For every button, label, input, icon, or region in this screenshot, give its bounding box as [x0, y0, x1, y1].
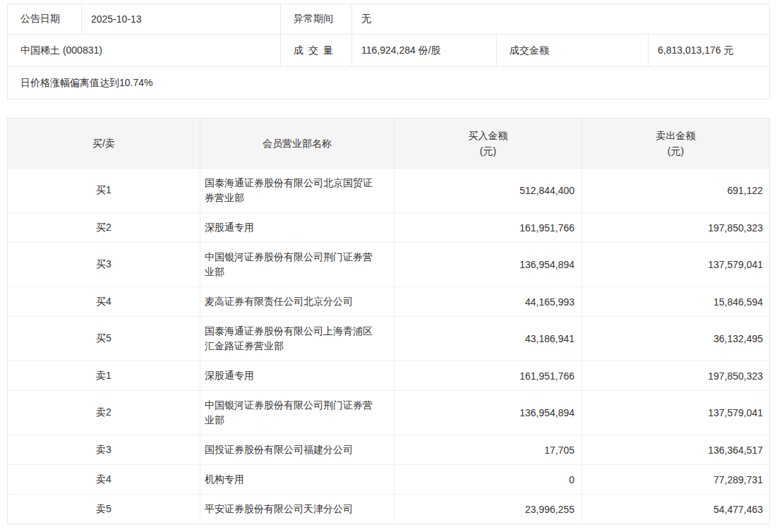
- branch-cell: 国投证券股份有限公司福建分公司: [200, 435, 394, 464]
- branch-cell: 中国银河证券股份有限公司荆门证券营业部: [200, 243, 394, 286]
- branch-name-text: 深股通专用: [205, 361, 381, 390]
- side-text: 买5: [96, 332, 112, 345]
- volume-value-text: 116,924,284 份/股: [361, 44, 441, 57]
- side-text: 买4: [96, 296, 112, 308]
- branch-name-text: 国泰海通证券股份有限公司北京国贸证券营业部: [205, 169, 381, 212]
- branch-name-text: 平安证券股份有限公司天津分公司: [205, 495, 381, 524]
- buy-amount-cell: 161,951,766: [394, 213, 582, 242]
- side-text: 买2: [96, 222, 112, 234]
- buy-amount-text: 161,951,766: [519, 370, 574, 382]
- buy-amount-text: 136,954,894: [519, 407, 574, 418]
- branch-name-text: 中国银河证券股份有限公司荆门证券营业部: [205, 243, 381, 286]
- abnormal-period-value-text: 无: [361, 13, 371, 25]
- branch-name-text: 国泰海通证券股份有限公司上海青浦区汇金路证券营业部: [205, 317, 381, 361]
- buy-amount-cell: 0: [394, 465, 582, 494]
- sell-amount-cell: 15,846,594: [582, 287, 769, 316]
- header-sell-amount: 卖出金额 (元): [582, 119, 769, 168]
- announce-date-value: 2025-10-13: [82, 4, 281, 34]
- branch-cell: 深股通专用: [200, 213, 394, 242]
- branch-name-text: 国投证券股份有限公司福建分公司: [205, 435, 381, 464]
- sell-amount-text: 691,122: [727, 185, 763, 196]
- abnormal-period-label: 异常期间: [281, 4, 352, 34]
- stock-name-text: 中国稀土 (000831): [20, 44, 102, 57]
- table-row: 卖4 机构专用 0 77,289,731: [8, 464, 769, 494]
- sell-amount-text: 77,289,731: [713, 474, 763, 485]
- buy-amount-text: 23,996,255: [525, 504, 574, 515]
- side-cell: 卖5: [8, 495, 200, 524]
- header-sell-line2: (元): [668, 143, 684, 159]
- side-text: 卖3: [96, 444, 112, 457]
- summary-row-stock: 中国稀土 (000831) 成交量 116,924,284 份/股 成交金额 6…: [8, 34, 769, 66]
- buy-amount-cell: 136,954,894: [394, 243, 582, 286]
- branch-cell: 平安证券股份有限公司天津分公司: [200, 495, 394, 524]
- side-text: 卖4: [96, 473, 112, 486]
- alert-cell: 日价格涨幅偏离值达到10.74%: [8, 67, 769, 99]
- sell-amount-text: 197,850,323: [708, 222, 763, 234]
- sell-amount-text: 197,850,323: [708, 370, 763, 382]
- side-cell: 买3: [8, 243, 200, 286]
- table-row: 卖2 中国银河证券股份有限公司荆门证券营业部 136,954,894 137,5…: [8, 390, 769, 435]
- buy-amount-text: 0: [569, 474, 574, 485]
- sell-amount-cell: 137,579,041: [582, 243, 769, 286]
- side-cell: 买5: [8, 317, 200, 361]
- branch-cell: 国泰海通证券股份有限公司北京国贸证券营业部: [200, 169, 394, 212]
- buy-amount-text: 512,844,400: [519, 185, 574, 196]
- side-text: 买1: [96, 184, 112, 197]
- side-text: 买3: [96, 258, 112, 271]
- alert-text: 日价格涨幅偏离值达到10.74%: [20, 77, 152, 90]
- buy-amount-cell: 136,954,894: [394, 391, 582, 435]
- side-cell: 买4: [8, 287, 200, 316]
- branch-name-text: 麦高证券有限责任公司北京分公司: [205, 287, 381, 316]
- header-branch: 会员营业部名称: [200, 119, 394, 168]
- table-row: 买4 麦高证券有限责任公司北京分公司 44,165,993 15,846,594: [8, 286, 769, 316]
- table-row: 卖3 国投证券股份有限公司福建分公司 17,705 136,364,517: [8, 435, 769, 464]
- side-cell: 卖4: [8, 465, 200, 494]
- sell-amount-cell: 136,364,517: [582, 435, 769, 464]
- buy-amount-text: 136,954,894: [519, 259, 574, 270]
- buy-amount-cell: 17,705: [394, 435, 582, 464]
- table-row: 卖5 平安证券股份有限公司天津分公司 23,996,255 54,477,463: [8, 494, 769, 524]
- sell-amount-text: 137,579,041: [708, 259, 763, 270]
- sell-amount-cell: 691,122: [582, 169, 769, 212]
- table-row: 买5 国泰海通证券股份有限公司上海青浦区汇金路证券营业部 43,186,941 …: [8, 316, 769, 361]
- announce-date-label: 公告日期: [8, 4, 82, 34]
- buy-amount-text: 161,951,766: [519, 222, 574, 234]
- side-cell: 买1: [8, 169, 200, 212]
- buy-amount-text: 17,705: [544, 445, 574, 456]
- sell-amount-cell: 54,477,463: [582, 495, 769, 524]
- branch-cell: 深股通专用: [200, 361, 394, 390]
- table-row: 买1 国泰海通证券股份有限公司北京国贸证券营业部 512,844,400 691…: [8, 168, 769, 212]
- table-row: 买3 中国银河证券股份有限公司荆门证券营业部 136,954,894 137,5…: [8, 242, 769, 286]
- side-text: 卖1: [96, 370, 112, 382]
- turnover-value-text: 6,813,013,176 元: [658, 44, 733, 57]
- summary-row-alert: 日价格涨幅偏离值达到10.74%: [8, 66, 769, 99]
- turnover-label-text: 成交金额: [510, 44, 549, 57]
- broker-table-body: 买1 国泰海通证券股份有限公司北京国贸证券营业部 512,844,400 691…: [8, 168, 769, 524]
- header-buy-line2: (元): [480, 143, 496, 159]
- buy-amount-text: 43,186,941: [525, 333, 574, 344]
- branch-cell: 中国银河证券股份有限公司荆门证券营业部: [200, 391, 394, 435]
- buy-amount-cell: 23,996,255: [394, 495, 582, 524]
- turnover-label: 成交金额: [497, 35, 649, 66]
- summary-panel: 公告日期 2025-10-13 异常期间 无 中国稀土 (000831) 成交量…: [7, 4, 770, 99]
- volume-value: 116,924,284 份/股: [352, 35, 497, 66]
- buy-amount-cell: 161,951,766: [394, 361, 582, 390]
- buy-amount-text: 44,165,993: [525, 296, 574, 308]
- sell-amount-text: 15,846,594: [713, 296, 763, 308]
- summary-row-date: 公告日期 2025-10-13 异常期间 无: [8, 4, 769, 34]
- buy-amount-cell: 512,844,400: [394, 169, 582, 212]
- sell-amount-text: 136,364,517: [708, 445, 763, 456]
- branch-name-text: 中国银河证券股份有限公司荆门证券营业部: [205, 391, 381, 435]
- branch-cell: 机构专用: [200, 465, 394, 494]
- sell-amount-cell: 197,850,323: [582, 213, 769, 242]
- broker-table-header: 买/卖 会员营业部名称 买入金额 (元) 卖出金额 (元): [8, 119, 769, 168]
- sell-amount-text: 54,477,463: [713, 504, 763, 515]
- sell-amount-cell: 36,132,495: [582, 317, 769, 361]
- stock-name-cell: 中国稀土 (000831): [8, 35, 281, 66]
- volume-label: 成交量: [281, 35, 352, 66]
- header-buy-amount: 买入金额 (元): [394, 119, 582, 168]
- sell-amount-cell: 197,850,323: [582, 361, 769, 390]
- branch-name-text: 深股通专用: [205, 213, 381, 242]
- branch-cell: 麦高证券有限责任公司北京分公司: [200, 287, 394, 316]
- branch-name-text: 机构专用: [205, 465, 381, 494]
